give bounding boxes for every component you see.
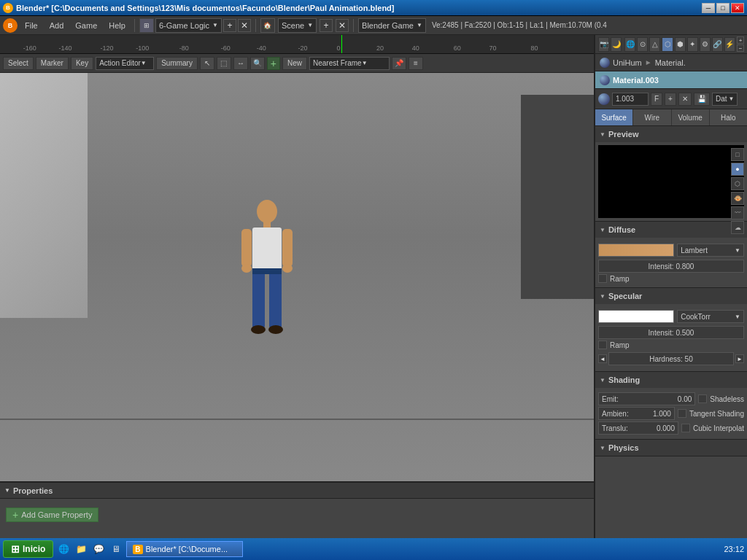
- panel-scroll-up[interactable]: +: [737, 36, 744, 44]
- material-id-input[interactable]: [612, 93, 649, 106]
- nearest-frame-selector[interactable]: Nearest Frame ▼: [309, 57, 390, 70]
- rt-material-icon[interactable]: ⬡: [662, 37, 673, 52]
- floor-shadow: [0, 419, 594, 420]
- preview-cube-btn[interactable]: ⬡: [731, 177, 744, 190]
- taskbar-icon-3[interactable]: 🖥: [109, 542, 123, 556]
- mat-x-btn[interactable]: ✕: [678, 93, 692, 106]
- remove-workspace-button[interactable]: ✕: [238, 19, 251, 32]
- diffuse-color-swatch[interactable]: [598, 244, 674, 257]
- rt-world-icon[interactable]: 🌐: [624, 37, 635, 52]
- shading-section-header[interactable]: ▼ Shading: [595, 372, 747, 388]
- engine-selector[interactable]: Blender Game ▼: [358, 18, 426, 33]
- tab-volume[interactable]: Volume: [672, 109, 710, 125]
- hardness-left-btn[interactable]: ◄: [598, 354, 607, 363]
- menu-game[interactable]: Game: [71, 20, 101, 31]
- maximize-button[interactable]: □: [716, 3, 729, 13]
- breadcrumb-unihum[interactable]: UniHum: [613, 58, 642, 67]
- action-editor-mode-selector[interactable]: Action Editor ▼: [96, 57, 154, 70]
- workspace-selector[interactable]: 6-Game Logic ▼: [155, 18, 222, 33]
- timeline-cursor[interactable]: [341, 35, 342, 53]
- key-menu[interactable]: Key: [71, 57, 93, 70]
- diffuse-intensit-field[interactable]: Intensit: 0.800: [598, 260, 744, 273]
- rt-logic-icon[interactable]: ⚡: [724, 37, 735, 52]
- add-game-property-button[interactable]: + Add Game Property: [6, 508, 98, 522]
- f-button[interactable]: F: [651, 93, 662, 106]
- diffuse-ramp-checkbox[interactable]: [598, 274, 607, 283]
- preview-sphere-btn[interactable]: ●: [731, 163, 744, 176]
- menu-file[interactable]: File: [20, 20, 42, 31]
- translu-field[interactable]: Translu: 0.000: [598, 421, 678, 435]
- breadcrumb-material[interactable]: Material.: [655, 58, 686, 67]
- rt-scene-icon[interactable]: 🌙: [611, 37, 622, 52]
- preview-monkey-btn[interactable]: 🐵: [731, 192, 744, 205]
- rt-render-icon[interactable]: 📷: [598, 37, 609, 52]
- ambien-field[interactable]: Ambien: 1.000: [598, 407, 675, 420]
- preview-flat-btn[interactable]: □: [731, 148, 744, 161]
- taskbar-icon-1[interactable]: 📁: [74, 542, 88, 556]
- tl-num-160: -160: [23, 44, 36, 52]
- start-button[interactable]: ⊞ Inicio: [3, 540, 53, 558]
- add-workspace-button[interactable]: +: [223, 19, 236, 32]
- zoom-btn[interactable]: 🔍: [250, 57, 265, 70]
- panel-scroll-down[interactable]: −: [737, 44, 744, 52]
- right-panel: 📷 🌙 🌐 ⊙ △ ⬡ ⬢ ✦ ⚙ 🔗 ⚡ + −: [594, 35, 747, 560]
- preview-sky-btn[interactable]: ☁: [731, 221, 744, 234]
- tab-surface[interactable]: Surface: [595, 109, 633, 125]
- normalize-btn[interactable]: ≡: [409, 57, 423, 70]
- window-controls: ─ □ ✕: [702, 3, 744, 13]
- hardness-right-btn[interactable]: ►: [735, 354, 744, 363]
- add-scene-button[interactable]: +: [320, 19, 333, 32]
- mat-save-btn[interactable]: 💾: [694, 93, 710, 106]
- cubic-checkbox[interactable]: [681, 424, 690, 432]
- remove-scene-button[interactable]: ✕: [336, 19, 349, 32]
- cubic-label: Cubic Interpolat: [693, 424, 744, 432]
- shadeless-checkbox[interactable]: [698, 394, 707, 403]
- pin-btn[interactable]: 📌: [392, 57, 406, 70]
- physics-section-header[interactable]: ▼ Physics: [595, 440, 747, 456]
- diffuse-section-header[interactable]: ▼ Diffuse: [595, 222, 747, 238]
- rt-physics-icon[interactable]: ⚙: [700, 37, 711, 52]
- rt-mesh-icon[interactable]: △: [649, 37, 660, 52]
- diffuse-method-selector[interactable]: Lambert ▼: [677, 244, 744, 257]
- right-icon-toolbar: 📷 🌙 🌐 ⊙ △ ⬡ ⬢ ✦ ⚙ 🔗 ⚡ + −: [595, 35, 747, 54]
- tab-halo[interactable]: Halo: [710, 109, 747, 125]
- props-collapse-arrow[interactable]: ▼: [4, 487, 10, 494]
- dat-selector[interactable]: Dat ▼: [712, 93, 738, 106]
- physics-section-title: Physics: [608, 443, 639, 452]
- transform-btn[interactable]: ↔: [233, 57, 248, 70]
- cursor-icon-btn[interactable]: ↖: [200, 57, 214, 70]
- menu-add[interactable]: Add: [45, 20, 69, 31]
- tl-num-80: -80: [179, 44, 189, 52]
- rt-texture-icon[interactable]: ⬢: [675, 37, 686, 52]
- hardness-field[interactable]: Hardness: 50: [608, 352, 734, 365]
- minimize-button[interactable]: ─: [702, 3, 715, 13]
- material-settings-row: F + ✕ 💾 Dat ▼: [595, 89, 747, 109]
- preview-hair-btn[interactable]: 〰: [731, 206, 744, 219]
- scene-selector[interactable]: Scene ▼: [278, 18, 317, 33]
- add-button[interactable]: +: [267, 57, 280, 70]
- marker-menu[interactable]: Marker: [36, 57, 69, 70]
- rt-constraints-icon[interactable]: 🔗: [712, 37, 723, 52]
- specular-section-header[interactable]: ▼ Specular: [595, 288, 747, 304]
- rt-object-icon[interactable]: ⊙: [637, 37, 648, 52]
- border-select-btn[interactable]: ⬚: [217, 57, 231, 70]
- specular-color-swatch[interactable]: [598, 310, 674, 323]
- rt-particles-icon[interactable]: ✦: [687, 37, 698, 52]
- new-button[interactable]: New: [282, 57, 307, 70]
- mat-plus-btn[interactable]: +: [665, 93, 676, 106]
- tangent-checkbox[interactable]: [678, 409, 686, 418]
- summary-button[interactable]: Summary: [156, 57, 198, 70]
- taskbar-icon-2[interactable]: 💬: [91, 542, 106, 556]
- emit-field[interactable]: Emit: 0.00: [598, 392, 695, 405]
- taskbar-blender-window[interactable]: B Blender* [C:\Docume...: [126, 541, 243, 557]
- close-button[interactable]: ✕: [731, 3, 744, 13]
- tab-wire[interactable]: Wire: [633, 109, 671, 125]
- specular-method-selector[interactable]: CookTorr ▼: [677, 310, 744, 323]
- tl-num-40: -40: [257, 44, 266, 52]
- preview-section-header[interactable]: ▼ Preview: [595, 126, 747, 142]
- specular-intensit-field[interactable]: Intensit: 0.500: [598, 326, 744, 339]
- select-menu[interactable]: Select: [3, 57, 34, 70]
- menu-help[interactable]: Help: [104, 20, 130, 31]
- taskbar-icon-0[interactable]: 🌐: [56, 542, 71, 556]
- specular-ramp-checkbox[interactable]: [598, 341, 607, 349]
